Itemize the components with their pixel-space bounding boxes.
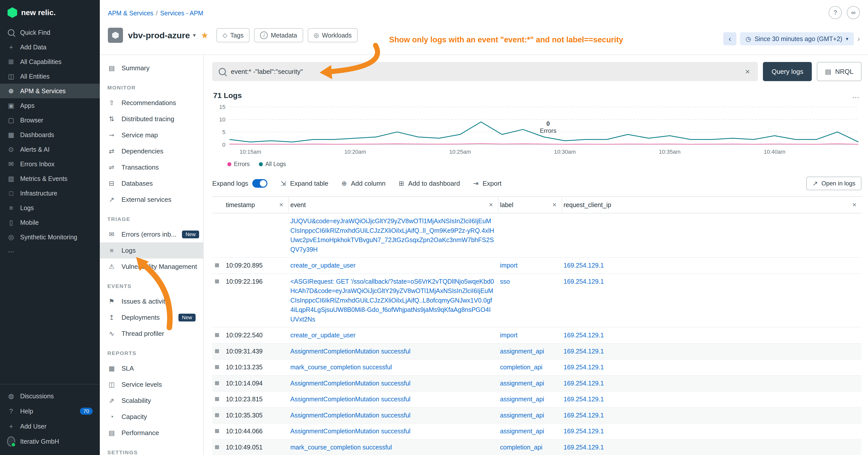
log-ip-link[interactable]: 169.254.129.1 (563, 331, 604, 338)
log-row[interactable]: 10:09:20.895 create_or_update_user impor… (212, 258, 862, 274)
subnav-item[interactable]: ↥ Deployments New (100, 310, 203, 325)
entity-action-button[interactable]: ◎ Workloads (308, 28, 358, 42)
log-label-link[interactable]: completion_api (500, 444, 542, 451)
subnav-item[interactable]: ⇗ Scalability (100, 392, 203, 409)
log-row[interactable]: 10:09:22.540 create_or_update_user impor… (212, 327, 862, 344)
log-row[interactable]: 10:10:13.235 mark_course_completion succ… (212, 359, 862, 376)
log-row[interactable]: 10:10:35.305 AssignmentCompletionMutatio… (212, 408, 862, 424)
expand-table-button[interactable]: ⇲ Expand table (280, 180, 329, 188)
subnav-item[interactable]: ▤ Summary (100, 60, 203, 76)
log-ip-link[interactable]: 169.254.129.1 (563, 363, 604, 370)
log-ip-link[interactable]: 169.254.129.1 (563, 278, 604, 285)
entity-action-button[interactable]: i Metadata (254, 28, 303, 42)
global-nav-item[interactable]: ▦ Dashboards (0, 128, 100, 142)
time-prev-button[interactable]: ‹ (723, 32, 737, 45)
subnav-item[interactable]: ⚑ Issues & activity (100, 293, 203, 310)
row-checkbox[interactable] (215, 349, 219, 353)
more-menu-icon[interactable]: … (852, 91, 861, 100)
log-ip-link[interactable]: 169.254.129.1 (563, 412, 604, 419)
subnav-item[interactable]: ✉ Errors (errors inb... New (100, 226, 203, 242)
legend-item[interactable]: All Logs (259, 161, 286, 167)
time-picker[interactable]: ◷ Since 30 minutes ago (GMT+2) ▾ (740, 32, 854, 45)
log-row[interactable]: 10:09:31.439 AssignmentCompletionMutatio… (212, 344, 862, 360)
log-ip-link[interactable]: 169.254.129.1 (563, 427, 604, 434)
add-column-button[interactable]: ⊕ Add column (341, 180, 385, 188)
row-checkbox[interactable] (215, 445, 219, 449)
global-nav-item[interactable]: ▥ Metrics & Events (0, 171, 100, 186)
subnav-item[interactable]: ∿ Thread profiler (100, 325, 203, 342)
panel-collapse-icon[interactable]: › (858, 34, 860, 43)
global-nav-footer-item[interactable]: ? Help 70 (0, 403, 100, 419)
legend-item[interactable]: Errors (227, 161, 250, 167)
global-nav-item[interactable]: Quick Find (0, 25, 100, 40)
subnav-item[interactable]: ◫ Service levels (100, 377, 203, 392)
log-label-link[interactable]: import (500, 262, 518, 269)
add-to-dashboard-button[interactable]: ⊞ Add to dashboard (399, 180, 460, 188)
log-event-link[interactable]: AssignmentCompletionMutation successful (290, 348, 410, 355)
subnav-item[interactable]: ≡ Logs (100, 242, 203, 259)
log-row[interactable]: 10:10:49.051 mark_course_completion succ… (212, 440, 862, 455)
logs-query-input[interactable]: event:* -"label":"security" × (212, 62, 758, 81)
brand[interactable]: new relic. (0, 0, 100, 25)
log-row[interactable]: 10:10:44.066 AssignmentCompletionMutatio… (212, 423, 862, 440)
subnav-item[interactable]: ⊸ Service map (100, 127, 203, 143)
remove-column-icon[interactable]: × (488, 201, 494, 209)
subnav-item[interactable]: ▤ Performance (100, 425, 203, 441)
global-nav-item[interactable]: ◎ Synthetic Monitoring (0, 230, 100, 245)
global-nav-item[interactable]: ⋯ (0, 245, 100, 259)
subnav-item[interactable]: ⊟ Databases (100, 175, 203, 192)
log-event-link[interactable]: AssignmentCompletionMutation successful (290, 380, 410, 387)
row-checkbox[interactable] (215, 263, 219, 267)
log-event-link[interactable]: create_or_update_user (290, 331, 355, 338)
global-nav-item[interactable]: ✉ Errors Inbox (0, 157, 100, 171)
breadcrumb-apm-services[interactable]: APM & Services (108, 9, 154, 17)
global-nav-item[interactable]: ≡ Logs (0, 200, 100, 215)
subnav-item[interactable]: ◔ Capacity (100, 409, 203, 425)
log-ip-link[interactable]: 169.254.129.1 (563, 380, 604, 387)
global-nav-item[interactable]: ▢ Browser (0, 113, 100, 128)
subnav-item[interactable]: ⚠ Vulnerability Management (100, 259, 203, 274)
row-checkbox[interactable] (215, 333, 219, 337)
global-nav-item[interactable]: ⊞ All Capabilities (0, 55, 100, 69)
log-label-link[interactable]: assignment_api (500, 412, 544, 419)
favorite-star-icon[interactable]: ★ (201, 30, 209, 40)
log-ip-link[interactable]: 169.254.129.1 (563, 444, 604, 451)
global-nav-item[interactable]: ⊕ APM & Services (0, 84, 100, 98)
log-label-link[interactable]: assignment_api (500, 380, 544, 387)
log-label-link[interactable]: assignment_api (500, 395, 544, 402)
help-icon[interactable]: ? (829, 6, 842, 19)
expand-logs-toggle[interactable] (252, 179, 268, 188)
log-ip-link[interactable]: 169.254.129.1 (563, 348, 604, 355)
open-in-logs-button[interactable]: ↗ Open in logs (806, 176, 862, 190)
breadcrumb-services-apm[interactable]: Services - APM (160, 9, 204, 17)
global-nav-footer-item[interactable]: ◍ Discussions (0, 389, 100, 403)
log-event-link[interactable]: AssignmentCompletionMutation successful (290, 412, 410, 419)
log-row[interactable]: 10:09:22.196 <ASGIRequest: GET '/sso/cal… (212, 274, 862, 328)
global-nav-footer-item[interactable]: Iterativ GmbH (0, 434, 100, 449)
log-ip-link[interactable]: 169.254.129.1 (563, 262, 604, 269)
global-nav-item[interactable]: ▯ Mobile (0, 215, 100, 230)
log-event-link[interactable]: JUQVU&code=eyJraWQiOiJjcGltY29yZV8wOTl1M… (290, 218, 494, 253)
export-button[interactable]: ⇥ Export (473, 180, 501, 188)
query-text[interactable]: event:* -"label":"security" (231, 68, 739, 75)
log-event-link[interactable]: <ASGIRequest: GET '/sso/callback/?state=… (290, 278, 494, 323)
remove-column-icon[interactable]: × (851, 201, 858, 209)
subnav-item[interactable]: ⇧ Recommendations (100, 95, 203, 111)
subnav-item[interactable]: ↗ External services (100, 192, 203, 207)
global-nav-footer-item[interactable]: + Add User (0, 419, 100, 434)
row-checkbox[interactable] (215, 365, 219, 369)
remove-column-icon[interactable]: × (278, 201, 284, 209)
row-checkbox[interactable] (215, 381, 219, 385)
subnav-item[interactable]: ⇌ Transactions (100, 159, 203, 175)
row-checkbox[interactable] (215, 397, 219, 401)
log-ip-link[interactable]: 169.254.129.1 (563, 395, 604, 402)
row-checkbox[interactable] (215, 429, 219, 433)
entity-action-button[interactable]: ◇ Tags (217, 28, 249, 42)
log-label-link[interactable]: sso (500, 278, 510, 285)
global-nav-item[interactable]: ⊙ Alerts & AI (0, 142, 100, 157)
remove-column-icon[interactable]: × (552, 201, 558, 209)
entity-chevron-icon[interactable]: ▾ (193, 32, 196, 38)
query-logs-button[interactable]: Query logs (763, 62, 812, 81)
log-event-link[interactable]: mark_course_completion successful (290, 363, 392, 370)
row-checkbox[interactable] (215, 413, 219, 417)
